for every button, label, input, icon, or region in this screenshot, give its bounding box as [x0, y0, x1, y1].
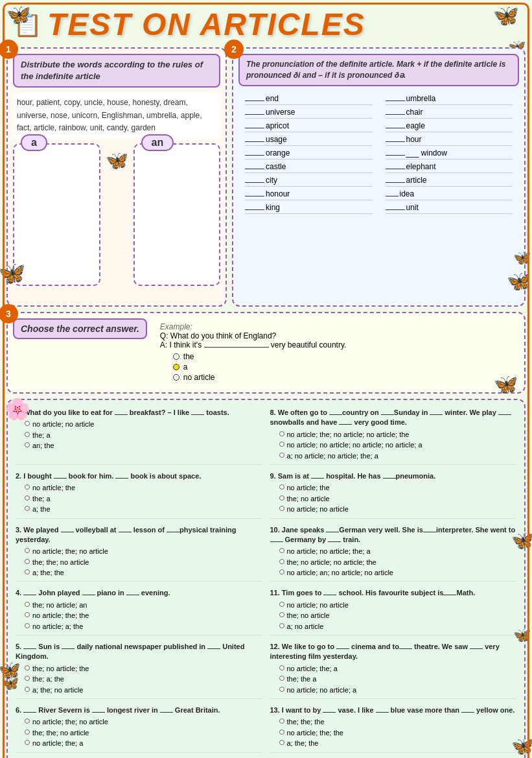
butterfly-qr3: 🦋	[513, 627, 531, 644]
q2-options: no article; the the; a a; the	[25, 483, 262, 514]
butterfly-qr: 🦋	[511, 530, 532, 551]
q5-opt3[interactable]: a; the; no article	[25, 685, 262, 695]
q2-opt2[interactable]: the; a	[25, 494, 262, 504]
section1-box: 1 Distribute the words according to the …	[6, 47, 227, 307]
q2-opt1[interactable]: no article; the	[25, 483, 262, 493]
section2-box: 2 The pronunciation of the definite arti…	[232, 47, 526, 307]
radio-a[interactable]	[173, 364, 179, 370]
q4-opt3[interactable]: no article; a; the	[25, 622, 262, 632]
pron-window: ___ window	[386, 147, 513, 160]
q2-text: 2. I bought book for him. book is about …	[16, 471, 262, 481]
question-12: 12. We like to go to cinema and to theat…	[270, 639, 517, 699]
article-an-label: an	[141, 134, 174, 151]
q12-opt1[interactable]: no article; the; a	[279, 664, 517, 674]
q4-text: 4. John played piano in evening.	[16, 588, 262, 598]
q12-opt2[interactable]: the; the a	[279, 674, 517, 684]
q10-opt3[interactable]: no article; an; no article; no article	[279, 568, 517, 578]
butterfly-s3: 🦋	[494, 373, 518, 396]
q9-opt2[interactable]: the; no article	[279, 494, 517, 504]
q9-options: no article; the the; no article no artic…	[279, 483, 517, 514]
pron-honour: honour	[245, 188, 373, 200]
q1-opt3[interactable]: an; the	[25, 441, 262, 451]
pron-universe: universe	[245, 106, 373, 119]
top-sections: 1 Distribute the words according to the …	[6, 47, 526, 307]
pron-eagle: eagle	[386, 120, 513, 132]
article-columns: a 🦋 an	[13, 143, 220, 286]
q1-opt2[interactable]: the; a	[25, 431, 262, 440]
q8-text: 8. We often go to country on Sunday in w…	[270, 408, 517, 428]
main-title: TEST ON ARTICLES	[47, 6, 365, 42]
radio-options: the a no article	[173, 352, 347, 382]
option-a[interactable]: a	[173, 362, 347, 372]
q2-opt3[interactable]: a; the	[25, 504, 262, 514]
q1-options: no article; no article the; a an; the	[25, 420, 262, 451]
q12-opt3[interactable]: no article; no article; a	[279, 685, 517, 695]
q9-opt1[interactable]: no article; the	[279, 483, 517, 493]
q4-opt2[interactable]: no article; the; the	[25, 611, 262, 621]
pron-unit: unit	[386, 202, 513, 214]
q9-opt3[interactable]: no article; no article	[279, 504, 517, 514]
butterfly-ql2: 🦋	[1, 675, 19, 692]
butterfly-left: 🦋	[0, 260, 25, 286]
pron-king: king	[245, 202, 373, 214]
butterfly-s2-right2: 🦋	[513, 250, 531, 266]
section2-header: The pronunciation of the definite articl…	[238, 54, 519, 86]
q9-text: 9. Sam is at hospital. He has pneumonia.	[270, 471, 517, 481]
option-the[interactable]: the	[173, 352, 347, 361]
section3-title: Choose the correct answer.	[21, 324, 139, 334]
option-a-label: a	[183, 362, 188, 372]
q6-opt1[interactable]: no article; the; no article	[25, 717, 262, 727]
pron-apricot: apricot	[245, 120, 373, 132]
question-9: 9. Sam is at hospital. He has pneumonia.…	[270, 469, 517, 519]
q10-opt2[interactable]: the; no article; no article; the	[279, 558, 517, 567]
section1-instruction: Distribute the words according to the ru…	[21, 59, 213, 82]
article-a-col[interactable]: a	[13, 143, 100, 286]
section2-instruction: The pronunciation of the definite articl…	[246, 59, 511, 81]
option-the-label: the	[183, 352, 194, 361]
section3-header: Choose the correct answer.	[13, 318, 147, 339]
article-an-col[interactable]: an	[133, 143, 221, 286]
q3-opt2[interactable]: the; the; no article	[25, 558, 262, 567]
q8-opt2[interactable]: no article; no article; no article; no a…	[279, 440, 517, 450]
q4-options: the; no article; an no article; the; the…	[25, 600, 262, 632]
questions-grid: 1. What do you like to eat for breakfast…	[16, 405, 516, 758]
q6-text: 6. River Severn is longest river in Grea…	[16, 705, 262, 715]
radio-the[interactable]	[173, 353, 179, 360]
pron-idea: idea	[386, 188, 513, 200]
q13-opt3[interactable]: a; the; the	[279, 739, 517, 748]
q11-text: 11. Tim goes to school. His favourite su…	[270, 588, 517, 598]
q5-opt2[interactable]: the; a; the	[25, 674, 262, 684]
question-2: 2. I bought book for him. book is about …	[16, 469, 262, 519]
q3-options: no article; the; no article the; the; no…	[25, 547, 262, 578]
pronunciation-grid: end umbrella universe chair apricot eagl…	[238, 93, 519, 214]
q6-opt3[interactable]: no article; the; a	[25, 739, 262, 748]
question-13: 13. I want to by vase. I like blue vase …	[270, 703, 517, 753]
q11-opt3[interactable]: a; no article	[279, 622, 517, 632]
pron-elephant: elephant	[386, 161, 513, 173]
q10-opt1[interactable]: no article; no article; the; a	[279, 547, 517, 556]
option-no-article[interactable]: no article	[173, 373, 347, 382]
example-a: A: I think it's very beautiful country.	[160, 340, 347, 349]
section3-box: 3 Choose the correct answer. Example: Q:…	[6, 312, 526, 394]
q4-opt1[interactable]: the; no article; an	[25, 600, 262, 610]
q3-opt1[interactable]: no article; the; no article	[25, 547, 262, 556]
q1-opt1[interactable]: no article; no article	[25, 420, 262, 429]
question-6: 6. River Severn is longest river in Grea…	[16, 703, 262, 753]
pron-umbrella: umbrella	[386, 93, 513, 105]
radio-no-article[interactable]	[173, 374, 179, 381]
q8-opt1[interactable]: no article; the; no article; no article;…	[279, 430, 517, 440]
q11-opt1[interactable]: no article; no article	[279, 600, 517, 610]
pron-article: article	[386, 174, 513, 187]
q5-opt1[interactable]: the; no article; the	[25, 664, 262, 674]
q10-text: 10. Jane speaks German very well. She is…	[270, 525, 517, 545]
question-5: 5. Sun is daily national newspaper publi…	[16, 639, 262, 699]
page: 🦋 🦋 🦋 📋 TEST ON ARTICLES 1 Distribute th…	[0, 0, 532, 758]
q6-opt2[interactable]: the; the; no article	[25, 728, 262, 738]
q13-opt2[interactable]: no article; the; the	[279, 728, 517, 738]
q11-opt2[interactable]: the; no article	[279, 611, 517, 621]
q8-opt3[interactable]: a; no article; no article; the; a	[279, 451, 517, 461]
q5-text: 5. Sun is daily national newspaper publi…	[16, 642, 262, 662]
q3-opt3[interactable]: a; the; the	[25, 568, 262, 578]
q13-opt1[interactable]: the; the; the	[279, 717, 517, 727]
word-list: hour, patient, copy, uncle, house, hones…	[13, 93, 220, 138]
